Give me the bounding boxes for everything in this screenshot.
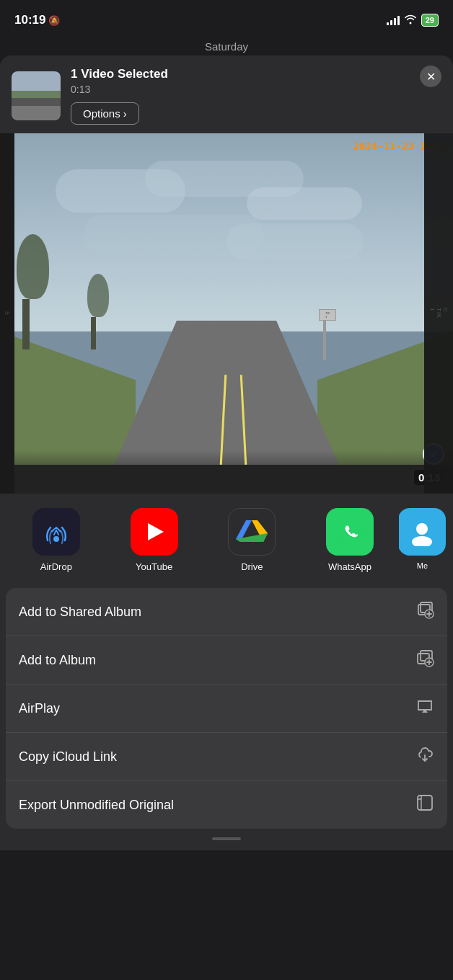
share-app-airdrop[interactable]: AirDrop (7, 508, 105, 572)
airdrop-label: AirDrop (40, 561, 72, 572)
options-button[interactable]: Options › (71, 102, 139, 125)
svg-point-0 (53, 536, 59, 542)
action-add-to-shared-album[interactable]: Add to Shared Album (6, 588, 447, 636)
tree-left-small (91, 317, 96, 349)
wifi-icon (404, 14, 417, 27)
signal-icon (387, 15, 400, 25)
selected-duration: 0:13 (71, 84, 441, 95)
action-copy-icloud-label: Copy iCloud Link (19, 749, 117, 765)
svg-point-3 (416, 523, 428, 535)
close-icon: ✕ (426, 70, 436, 84)
selected-info: 1 Video Selected 0:13 Options › (71, 67, 441, 125)
airplay-icon (415, 697, 434, 720)
action-add-to-album-label: Add to Album (19, 653, 96, 668)
copy-icloud-icon (415, 745, 434, 768)
youtube-play-icon (148, 523, 164, 540)
cloud-3 (247, 187, 362, 220)
drive-icon (228, 508, 276, 556)
drive-label: Drive (241, 561, 263, 572)
svg-rect-11 (418, 796, 432, 810)
action-copy-icloud-link[interactable]: Copy iCloud Link (6, 733, 447, 781)
whatsapp-label: WhatsApp (328, 561, 371, 572)
add-to-shared-album-icon (415, 600, 434, 623)
partial-app-icon (399, 508, 446, 556)
date-label: Saturday (205, 40, 248, 53)
airdrop-icon (32, 508, 80, 556)
selected-title: 1 Video Selected (71, 67, 441, 81)
action-add-to-shared-album-label: Add to Shared Album (19, 605, 141, 620)
share-sheet: 1 Video Selected 0:13 Options › ✕ 5 (0, 55, 453, 850)
share-app-drive[interactable]: Drive (203, 508, 301, 572)
action-list: Add to Shared Album Add to Album (6, 588, 447, 829)
status-bar: 10:19 🔕 29 (0, 0, 453, 36)
right-strip: CTIK1 (424, 133, 453, 494)
time-display: 10:19 (14, 13, 45, 27)
selected-video-header: 1 Video Selected 0:13 Options › ✕ (0, 55, 453, 133)
action-airplay-label: AirPlay (19, 701, 60, 716)
youtube-label: YouTube (136, 561, 172, 572)
dashboard-bar (0, 465, 453, 494)
battery-indicator: 29 (421, 14, 439, 27)
options-chevron-icon: › (123, 107, 127, 120)
notification-bell-icon: 🔕 (48, 15, 60, 26)
status-right-icons: 29 (387, 14, 439, 27)
svg-point-4 (412, 536, 432, 546)
share-apps-row: AirDrop YouTube (0, 494, 453, 584)
options-label: Options (83, 107, 120, 120)
cloud-5 (226, 223, 364, 259)
bottom-handle-area (0, 829, 453, 850)
thumbnail-image (12, 71, 61, 120)
whatsapp-icon (326, 508, 374, 556)
youtube-icon (131, 508, 178, 556)
action-add-to-album[interactable]: Add to Album (6, 636, 447, 685)
clouds-layer (22, 151, 430, 331)
export-original-icon (415, 793, 434, 816)
video-preview-area[interactable]: 5 (0, 133, 453, 494)
action-export-original[interactable]: Export Unmodified Original (6, 781, 447, 829)
share-app-partial[interactable]: Me (399, 508, 446, 572)
action-export-label: Export Unmodified Original (19, 798, 174, 813)
left-strip: 5 (0, 133, 14, 494)
video-thumbnail (12, 71, 61, 120)
share-app-youtube[interactable]: YouTube (105, 508, 203, 572)
partial-app-label: Me (417, 561, 428, 570)
add-to-album-icon (415, 649, 434, 672)
dashcam-video-frame: TIK1 CTIK1 2024-11-23 12:5 ✓ 0:13 (0, 133, 453, 494)
status-time: 10:19 🔕 (14, 13, 60, 27)
date-header: Saturday (0, 36, 453, 55)
bottom-handle (212, 837, 241, 840)
share-app-whatsapp[interactable]: WhatsApp (301, 508, 399, 572)
sign-post: TIK1 (323, 321, 326, 360)
tree-left (22, 299, 30, 349)
close-button[interactable]: ✕ (420, 66, 441, 87)
action-airplay[interactable]: AirPlay (6, 685, 447, 733)
